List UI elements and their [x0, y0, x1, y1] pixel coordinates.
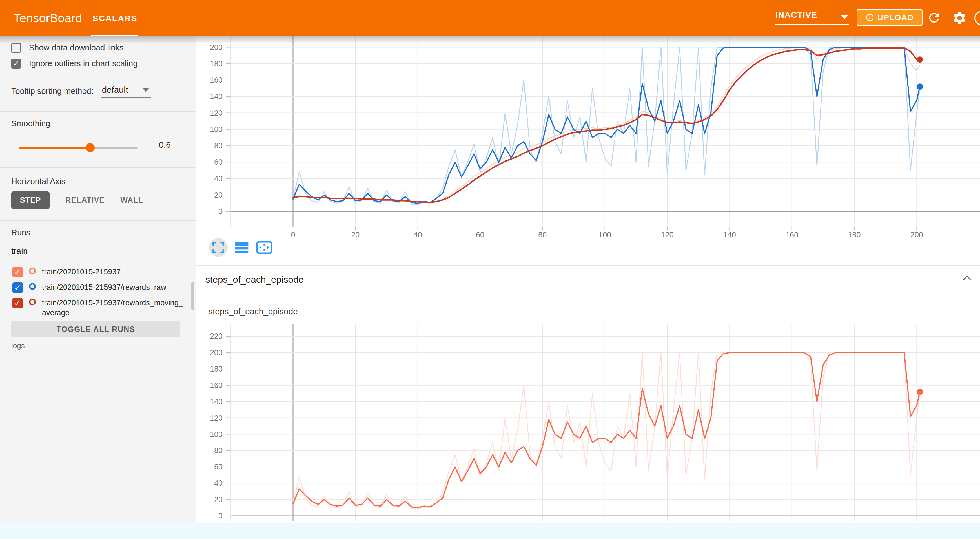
svg-text:20: 20	[214, 495, 223, 504]
logs-label: logs	[11, 341, 25, 350]
expand-chart-button[interactable]	[209, 238, 228, 257]
toggle-y-axis-log-button[interactable]	[233, 239, 250, 256]
refresh-icon[interactable]	[927, 10, 942, 25]
svg-text:0: 0	[218, 512, 223, 520]
toggle-all-runs-button[interactable]: TOGGLE ALL RUNS	[11, 321, 180, 337]
tooltip-sorting-value: default	[102, 85, 128, 95]
runs-label: Runs	[11, 228, 30, 238]
next-section-edge	[0, 523, 980, 539]
smoothing-label: Smoothing	[11, 119, 51, 128]
svg-text:40: 40	[214, 479, 223, 487]
rewards-chart[interactable]: 2001801601401201008060402000204060801001…	[196, 37, 980, 265]
divider	[0, 220, 196, 221]
upload-button[interactable]: UPLOAD	[857, 9, 923, 26]
svg-text:60: 60	[214, 462, 223, 471]
svg-text:180: 180	[210, 59, 223, 68]
show-download-links-label: Show data download links	[29, 43, 123, 53]
svg-text:80: 80	[538, 231, 547, 239]
sidebar-scrollbar[interactable]	[191, 282, 194, 310]
run-row[interactable]: ✓ train/20201015-215937/rewards_raw	[13, 282, 184, 293]
checkbox-unchecked-icon[interactable]	[11, 43, 21, 53]
svg-text:200: 200	[210, 348, 223, 357]
divider	[0, 167, 196, 168]
svg-text:100: 100	[598, 231, 611, 239]
svg-text:80: 80	[214, 446, 223, 455]
run-color-circle-icon[interactable]	[29, 283, 36, 290]
run-label: train/20201015-215937/rewards_raw	[42, 282, 184, 292]
run-label: train/20201015-215937	[42, 267, 184, 277]
chevron-down-icon	[841, 15, 848, 19]
svg-text:140: 140	[210, 92, 223, 100]
svg-text:80: 80	[214, 142, 223, 150]
svg-text:60: 60	[476, 231, 484, 239]
run-checkbox[interactable]: ✓	[13, 267, 23, 277]
haxis-wall-button[interactable]: WALL	[121, 196, 143, 205]
run-label: train/20201015-215937/rewards_moving_ave…	[42, 298, 184, 318]
svg-text:0: 0	[291, 231, 295, 239]
show-download-links-checkbox-row[interactable]: Show data download links	[11, 43, 123, 53]
chart-card-title: steps_of_each_episode	[208, 307, 298, 316]
fit-domain-to-data-button[interactable]	[256, 239, 273, 256]
status-value: INACTIVE	[775, 10, 817, 20]
svg-text:0: 0	[218, 207, 223, 216]
svg-text:40: 40	[414, 231, 422, 239]
app-header: TensorBoard SCALARS INACTIVE UPLOAD	[0, 0, 980, 37]
horizontal-axis-label: Horizontal Axis	[11, 177, 65, 186]
svg-text:120: 120	[210, 414, 223, 422]
tab-scalars-label: SCALARS	[92, 14, 137, 23]
status-dropdown[interactable]: INACTIVE	[775, 0, 849, 31]
upload-label: UPLOAD	[877, 13, 913, 22]
svg-text:220: 220	[210, 332, 223, 341]
run-row[interactable]: ✓ train/20201015-215937/rewards_moving_a…	[13, 298, 184, 318]
svg-text:120: 120	[661, 231, 673, 239]
horizontal-bars-icon	[234, 240, 249, 255]
svg-text:20: 20	[351, 231, 360, 239]
help-icon[interactable]	[974, 11, 980, 26]
svg-text:60: 60	[214, 158, 223, 166]
smoothing-value-input[interactable]: 0.6	[151, 140, 179, 153]
divider	[0, 112, 196, 112]
fit-to-data-icon	[256, 241, 272, 255]
chevron-down-icon	[142, 88, 149, 92]
run-color-circle-icon[interactable]	[29, 268, 36, 274]
svg-text:160: 160	[210, 381, 223, 389]
tab-active-underline	[91, 35, 138, 37]
steps-of-each-episode-chart[interactable]: 220200180160140120100806040200	[196, 293, 980, 523]
info-icon	[865, 13, 874, 22]
section-title: steps_of_each_episode	[205, 266, 304, 294]
haxis-relative-button[interactable]: RELATIVE	[65, 196, 105, 205]
run-checkbox[interactable]: ✓	[13, 282, 23, 293]
svg-text:100: 100	[210, 430, 223, 439]
tooltip-sorting-label: Tooltip sorting method:	[11, 86, 94, 96]
section-header-steps-of-each-episode[interactable]: steps_of_each_episode	[196, 265, 980, 294]
tab-scalars[interactable]: SCALARS	[91, 0, 139, 37]
svg-text:160: 160	[786, 231, 798, 239]
haxis-step-button[interactable]: STEP	[11, 191, 49, 209]
chevron-up-icon[interactable]	[962, 274, 972, 281]
svg-text:140: 140	[210, 397, 223, 406]
smoothing-slider-handle[interactable]	[86, 143, 95, 152]
svg-text:180: 180	[210, 365, 223, 373]
svg-text:140: 140	[723, 231, 736, 239]
run-row[interactable]: ✓ train/20201015-215937	[13, 267, 184, 277]
svg-text:100: 100	[210, 125, 223, 134]
svg-text:200: 200	[210, 43, 223, 52]
svg-text:40: 40	[214, 174, 223, 183]
svg-text:20: 20	[214, 191, 223, 199]
ignore-outliers-checkbox-row[interactable]: ✓ Ignore outliers in chart scaling	[11, 59, 137, 69]
svg-text:180: 180	[848, 231, 861, 239]
svg-text:200: 200	[910, 231, 923, 239]
svg-text:160: 160	[210, 76, 223, 84]
tooltip-sorting-dropdown[interactable]: default	[102, 85, 151, 98]
checkbox-checked-icon[interactable]: ✓	[11, 59, 21, 69]
ignore-outliers-label: Ignore outliers in chart scaling	[29, 59, 137, 68]
run-checkbox[interactable]: ✓	[13, 298, 23, 308]
runs-filter-input[interactable]	[11, 246, 180, 256]
gear-icon[interactable]	[952, 10, 967, 26]
app-title: TensorBoard	[14, 0, 82, 37]
smoothing-slider[interactable]	[19, 147, 137, 148]
run-color-circle-icon[interactable]	[29, 298, 36, 305]
sidebar: Show data download links ✓ Ignore outlie…	[0, 37, 196, 539]
fullscreen-icon	[212, 241, 225, 254]
svg-text:120: 120	[210, 109, 223, 117]
